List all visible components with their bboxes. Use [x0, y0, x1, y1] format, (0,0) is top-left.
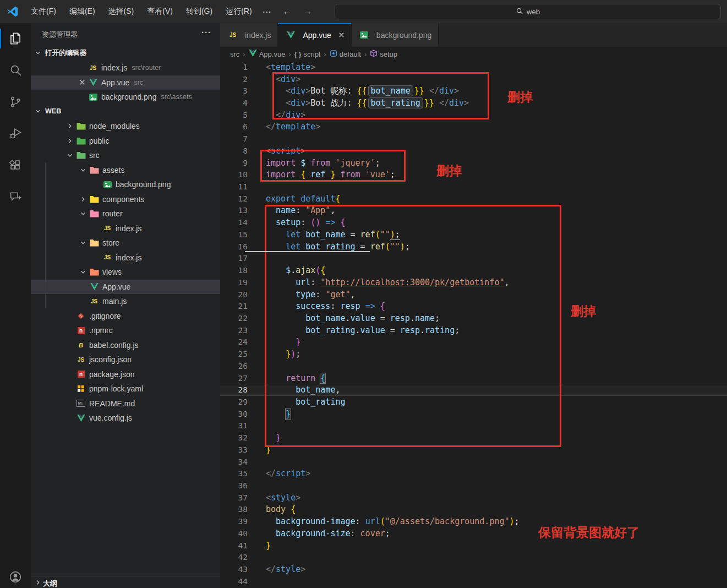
breadcrumb-item-default[interactable]: default: [330, 50, 361, 59]
code-line-43[interactable]: 43</style>: [220, 563, 727, 575]
code-line-14[interactable]: 14 setup: () => {: [220, 216, 727, 228]
code-editor[interactable]: 1<template>2 <div>3 <div>Bot 昵称: {{bot_n…: [220, 61, 727, 588]
tree-item-package.json[interactable]: npackage.json: [31, 367, 220, 382]
breadcrumb[interactable]: src›App.vue›{ }script›default›setup: [220, 47, 727, 61]
menu-item[interactable]: 文件(F): [25, 4, 62, 19]
code-line-33[interactable]: 33}: [220, 444, 727, 456]
breadcrumb-item-App.vue[interactable]: App.vue: [249, 50, 286, 58]
tree-item-README.md[interactable]: M↓README.md: [31, 396, 220, 411]
command-search-box[interactable]: web: [335, 4, 721, 19]
code-line-27[interactable]: 27 return {: [220, 372, 727, 384]
code-line-37[interactable]: 37<style>: [220, 492, 727, 504]
code-line-7[interactable]: 7: [220, 133, 727, 145]
code-line-13[interactable]: 13 name: "App",: [220, 205, 727, 217]
code-line-19[interactable]: 19 url: "http://localhost:3000/pk/getbot…: [220, 276, 727, 288]
tree-item-index.js[interactable]: JSindex.js: [31, 251, 220, 265]
activity-icon-account[interactable]: [0, 564, 31, 588]
code-line-26[interactable]: 26: [220, 360, 727, 372]
menu-item[interactable]: 查看(V): [141, 4, 178, 19]
open-editor-item[interactable]: App.vuesrc: [31, 75, 220, 90]
menu-item[interactable]: 转到(G): [181, 4, 218, 19]
code-line-18[interactable]: 18 $.ajax({: [220, 264, 727, 276]
code-line-17[interactable]: 17: [220, 253, 727, 265]
tab-index.js[interactable]: JSindex.js: [220, 23, 278, 47]
tree-item-views[interactable]: views: [31, 265, 220, 280]
activity-icon-chat[interactable]: [0, 184, 31, 210]
tree-item-main.js[interactable]: JSmain.js: [31, 294, 220, 309]
code-line-30[interactable]: 30 }: [220, 408, 727, 420]
code-line-32[interactable]: 32 }: [220, 432, 727, 444]
code-line-40[interactable]: 40 background-size: cover;: [220, 527, 727, 540]
breadcrumb-item-script[interactable]: { }script: [294, 50, 321, 58]
close-icon[interactable]: [338, 32, 345, 38]
code-line-12[interactable]: 12export default{: [220, 193, 727, 205]
menu-item[interactable]: 编辑(E): [64, 4, 101, 19]
more-actions-icon[interactable]: ···: [201, 28, 211, 37]
project-root-header[interactable]: WEB: [31, 105, 220, 118]
outline-section[interactable]: 大纲: [31, 576, 220, 588]
tree-item-public[interactable]: public: [31, 134, 220, 149]
code-line-44[interactable]: 44: [220, 575, 727, 587]
activity-icon-explorer[interactable]: [0, 25, 31, 52]
code-line-9[interactable]: 9import $ from 'jquery';: [220, 157, 727, 169]
code-line-21[interactable]: 21 success: resp => {: [220, 300, 727, 312]
forward-button[interactable]: →: [298, 5, 318, 18]
tree-item-jsconfig.json[interactable]: JSjsconfig.json: [31, 352, 220, 367]
code-line-36[interactable]: 36: [220, 480, 727, 492]
code-line-35[interactable]: 35</script>: [220, 467, 727, 480]
activity-icon-extensions[interactable]: [0, 152, 31, 178]
tab-background.png[interactable]: background.png: [352, 23, 439, 47]
code-line-42[interactable]: 42: [220, 552, 727, 564]
activity-icon-search[interactable]: [0, 57, 31, 84]
code-line-3[interactable]: 3 <div>Bot 昵称: {{bot_name}} </div>: [220, 85, 727, 97]
activity-icon-run-debug[interactable]: [0, 121, 31, 147]
code-line-5[interactable]: 5 </div>: [220, 109, 727, 121]
code-line-22[interactable]: 22 bot_name.value = resp.name;: [220, 312, 727, 324]
tree-item-.npmrc[interactable]: n.npmrc: [31, 323, 220, 338]
tree-item-App.vue[interactable]: App.vue: [31, 280, 220, 295]
tree-item-pnpm-lock.yaml[interactable]: pnpm-lock.yaml: [31, 382, 220, 396]
code-line-34[interactable]: 34: [220, 456, 727, 468]
tree-item-components[interactable]: components: [31, 192, 220, 207]
back-button[interactable]: ←: [277, 5, 298, 18]
close-icon[interactable]: [77, 79, 87, 85]
code-line-29[interactable]: 29 bot_rating: [220, 396, 727, 408]
code-line-24[interactable]: 24 }: [220, 336, 727, 349]
activity-icon-source-control[interactable]: [0, 89, 31, 115]
breadcrumb-item-src[interactable]: src: [230, 50, 239, 58]
menu-item[interactable]: 选择(S): [103, 4, 140, 19]
code-line-16[interactable]: 16 let bot_rating = ref("");: [220, 241, 727, 253]
tab-App.vue[interactable]: App.vue: [278, 23, 351, 47]
open-editors-header[interactable]: 打开的编辑器: [31, 46, 220, 59]
menu-more-icon[interactable]: ···: [258, 6, 277, 18]
code-line-8[interactable]: 8<script>: [220, 145, 727, 157]
code-line-41[interactable]: 41}: [220, 540, 727, 552]
breadcrumb-item-setup[interactable]: setup: [370, 50, 397, 59]
code-line-4[interactable]: 4 <div>Bot 战力: {{bot_rating}} </div>: [220, 97, 727, 109]
code-line-25[interactable]: 25 });: [220, 348, 727, 360]
code-line-23[interactable]: 23 bot_rating.value = resp.rating;: [220, 324, 727, 336]
code-line-11[interactable]: 11: [220, 181, 727, 193]
code-line-31[interactable]: 31: [220, 420, 727, 432]
code-line-10[interactable]: 10import { ref } from 'vue';: [220, 168, 727, 181]
tree-item-store[interactable]: store: [31, 236, 220, 251]
code-line-15[interactable]: 15 let bot_name = ref("");: [220, 228, 727, 241]
tree-item-vue.config.js[interactable]: vue.config.js: [31, 411, 220, 426]
open-editor-item[interactable]: JSindex.jssrc\router: [31, 61, 220, 75]
tree-item-src[interactable]: src: [31, 148, 220, 163]
tree-item-.gitignore[interactable]: .gitignore: [31, 309, 220, 324]
code-line-6[interactable]: 6</template>: [220, 121, 727, 133]
menu-item[interactable]: 运行(R): [220, 4, 257, 19]
code-line-1[interactable]: 1<template>: [220, 61, 727, 73]
tree-item-assets[interactable]: assets: [31, 163, 220, 178]
code-line-20[interactable]: 20 type: "get",: [220, 288, 727, 301]
tree-item-index.js[interactable]: JSindex.js: [31, 221, 220, 236]
tree-item-nodemodules[interactable]: node_modules: [31, 119, 220, 134]
code-line-38[interactable]: 38body {: [220, 504, 727, 516]
tree-item-babel.config.js[interactable]: Bbabel.config.js: [31, 338, 220, 353]
open-editor-item[interactable]: background.pngsrc\assets: [31, 90, 220, 105]
tree-item-background.png[interactable]: background.png: [31, 177, 220, 192]
code-line-28[interactable]: 28 bot_name,: [220, 384, 727, 396]
code-line-39[interactable]: 39 background-image: url("@/assets/backg…: [220, 515, 727, 527]
code-line-2[interactable]: 2 <div>: [220, 73, 727, 85]
